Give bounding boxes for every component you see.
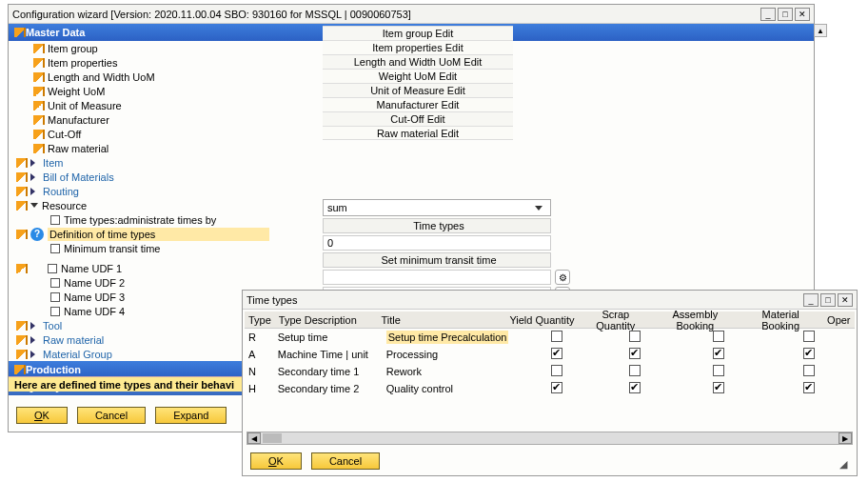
ok-button[interactable]: OK bbox=[250, 452, 302, 470]
time-types-button[interactable]: Time types bbox=[323, 218, 551, 233]
expand-button[interactable]: Expand bbox=[155, 407, 227, 424]
sub-button-bar: OK Cancel bbox=[250, 452, 380, 470]
flag-icon bbox=[14, 28, 26, 37]
edit-link-item-properties[interactable]: Item properties Edit bbox=[323, 40, 513, 54]
edit-list: Item group Edit Item properties Edit Len… bbox=[323, 26, 513, 140]
checkbox-icon[interactable] bbox=[48, 264, 57, 273]
edit-link-manufacturer[interactable]: Manufacturer Edit bbox=[323, 97, 513, 111]
chevron-down-icon bbox=[535, 206, 542, 211]
min-transit-input[interactable]: 0 bbox=[323, 235, 551, 251]
col-title[interactable]: Title bbox=[377, 314, 504, 326]
maximize-button[interactable]: □ bbox=[820, 293, 836, 307]
config-icon[interactable]: ⚙ bbox=[555, 270, 570, 285]
set-min-transit-button[interactable]: Set minimum transit time bbox=[323, 252, 551, 268]
checkbox-icon[interactable] bbox=[50, 307, 60, 316]
flag-icon bbox=[16, 158, 28, 168]
col-yield[interactable]: Yield Quantity bbox=[505, 314, 579, 326]
flag-icon bbox=[16, 230, 28, 239]
checkbox-icon[interactable] bbox=[50, 278, 60, 288]
checkbox[interactable] bbox=[803, 365, 815, 376]
col-type[interactable]: Type bbox=[245, 314, 275, 326]
flag-icon bbox=[16, 187, 28, 196]
checkbox[interactable] bbox=[551, 365, 562, 376]
scroll-right-button[interactable]: ▶ bbox=[838, 432, 852, 444]
flag-icon bbox=[33, 72, 45, 82]
collapse-icon[interactable] bbox=[30, 203, 38, 208]
dropdown-value: sum bbox=[327, 202, 347, 213]
close-button[interactable]: ✕ bbox=[795, 8, 810, 21]
expand-icon[interactable] bbox=[30, 336, 39, 344]
checkbox[interactable] bbox=[713, 382, 724, 393]
edit-link-item-group[interactable]: Item group Edit bbox=[323, 26, 513, 40]
flag-icon bbox=[16, 172, 28, 182]
checkbox[interactable] bbox=[551, 382, 562, 393]
checkbox-icon[interactable] bbox=[50, 244, 60, 253]
edit-link-raw-material[interactable]: Raw material Edit bbox=[323, 126, 513, 140]
checkbox[interactable] bbox=[713, 331, 724, 342]
grid-row[interactable]: HSecondary time 2Quality control bbox=[245, 380, 855, 397]
col-oper[interactable]: Oper bbox=[823, 314, 855, 326]
scroll-left-button[interactable]: ◀ bbox=[247, 432, 261, 444]
cancel-button[interactable]: Cancel bbox=[77, 407, 146, 424]
flag-icon bbox=[16, 264, 28, 273]
button-bar: OK Cancel Expand bbox=[16, 407, 227, 424]
expand-icon[interactable] bbox=[30, 322, 39, 330]
flag-icon bbox=[16, 201, 28, 211]
flag-icon bbox=[33, 58, 45, 68]
maximize-button[interactable]: □ bbox=[778, 8, 793, 21]
col-scrap[interactable]: Scrap Quantity bbox=[579, 309, 652, 331]
flag-icon bbox=[33, 87, 45, 96]
checkbox[interactable] bbox=[629, 382, 641, 393]
resize-handle[interactable]: ◢ bbox=[839, 458, 853, 472]
scroll-up-button[interactable]: ▲ bbox=[814, 24, 827, 37]
ok-button[interactable]: OK bbox=[16, 407, 68, 424]
checkbox-icon[interactable] bbox=[50, 215, 60, 225]
edit-link-length-width-uom[interactable]: Length and Width UoM Edit bbox=[323, 54, 513, 69]
edit-link-weight-uom[interactable]: Weight UoM Edit bbox=[323, 69, 513, 83]
checkbox[interactable] bbox=[713, 365, 724, 376]
expand-icon[interactable] bbox=[30, 173, 39, 181]
flag-icon bbox=[33, 115, 45, 125]
scroll-thumb[interactable] bbox=[263, 433, 282, 443]
time-types-grid: Type Type Description Title Yield Quanti… bbox=[245, 311, 855, 397]
admin-dropdown[interactable]: sum bbox=[323, 199, 551, 216]
flag-icon bbox=[16, 321, 28, 331]
edit-link-unit-of-measure[interactable]: Unit of Measure Edit bbox=[323, 83, 513, 97]
grid-row[interactable]: RSetup timeSetup time Precalculation bbox=[245, 329, 855, 346]
checkbox-icon[interactable] bbox=[50, 292, 60, 302]
grid-row[interactable]: AMachine Time | unitProcessing bbox=[245, 346, 855, 363]
checkbox[interactable] bbox=[629, 331, 641, 342]
checkbox[interactable] bbox=[551, 331, 562, 342]
checkbox[interactable] bbox=[629, 348, 641, 359]
flag-icon bbox=[14, 365, 26, 374]
right-panel: Item group Edit Item properties Edit Len… bbox=[323, 24, 799, 302]
close-button[interactable]: ✕ bbox=[838, 293, 853, 307]
grid-header: Type Type Description Title Yield Quanti… bbox=[245, 311, 855, 329]
checkbox[interactable] bbox=[713, 348, 724, 359]
checkbox[interactable] bbox=[629, 365, 641, 376]
edit-link-cut-off[interactable]: Cut-Off Edit bbox=[323, 111, 513, 126]
col-desc[interactable]: Type Description bbox=[275, 314, 378, 326]
expand-icon[interactable] bbox=[30, 159, 39, 167]
checkbox[interactable] bbox=[803, 382, 815, 393]
col-material[interactable]: Material Booking bbox=[738, 309, 823, 331]
grid-row[interactable]: NSecondary time 1Rework bbox=[245, 363, 855, 380]
sub-window-body: Type Type Description Title Yield Quanti… bbox=[243, 310, 857, 475]
checkbox[interactable] bbox=[551, 348, 562, 359]
cancel-button[interactable]: Cancel bbox=[311, 452, 380, 470]
expand-icon[interactable] bbox=[30, 188, 39, 195]
col-assembly[interactable]: Assembly Booking bbox=[652, 309, 738, 331]
window-title: Configuration wizard [Version: 2020.11.0… bbox=[12, 9, 759, 20]
minimize-button[interactable]: _ bbox=[803, 293, 819, 307]
minimize-button[interactable]: _ bbox=[760, 8, 776, 21]
flag-icon bbox=[33, 101, 45, 110]
grid-rows: RSetup timeSetup time PrecalculationAMac… bbox=[245, 329, 855, 397]
udf1-input[interactable] bbox=[323, 270, 551, 285]
info-icon[interactable]: ? bbox=[30, 228, 44, 241]
checkbox[interactable] bbox=[803, 331, 815, 342]
expand-icon[interactable] bbox=[30, 351, 39, 358]
titlebar: Time types _ □ ✕ bbox=[243, 291, 857, 310]
horizontal-scrollbar[interactable]: ◀ ▶ bbox=[247, 432, 853, 445]
checkbox[interactable] bbox=[803, 348, 815, 359]
status-text: Here are defined time types and their be… bbox=[14, 379, 234, 391]
